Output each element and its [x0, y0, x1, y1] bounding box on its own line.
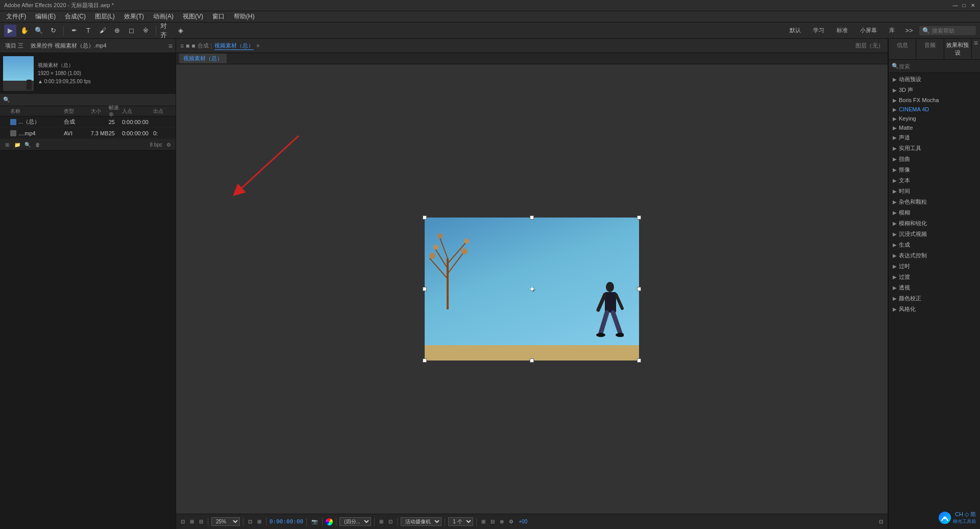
region-btn[interactable]: ⊞ [378, 518, 385, 525]
new-folder-icon[interactable]: 📁 [13, 140, 21, 149]
viewer-safe-btn[interactable]: ⊟ [198, 518, 205, 525]
project-settings-icon[interactable]: ⚙ [164, 140, 173, 149]
effect-cat-blur[interactable]: ▶ 模糊 [889, 207, 980, 218]
minimize-button[interactable]: — [952, 2, 959, 9]
handle-bot-mid[interactable] [530, 358, 534, 363]
menu-item-t[interactable]: 效果(T) [120, 11, 148, 22]
menu-item-f[interactable]: 文件(F) [2, 11, 30, 22]
viewer-btn-4[interactable]: ⚙ [507, 518, 515, 525]
menu-item-[interactable]: 窗口 [208, 11, 229, 22]
effect-cat-transition[interactable]: ▶ 过渡 [889, 272, 980, 282]
tab-project[interactable]: 项目 三 [3, 41, 26, 51]
workspace-more[interactable]: >> [903, 25, 915, 37]
effect-cat-blur-sharp[interactable]: ▶ 模糊和锐化 [889, 218, 980, 229]
view-tab-menu[interactable]: ≡ [257, 43, 260, 49]
effect-cat-matte[interactable]: ▶ Matte [889, 123, 980, 132]
bit-depth[interactable]: 8 bpc [150, 142, 162, 148]
tab-audio[interactable]: 音频 [916, 39, 944, 59]
close-button[interactable]: ✕ [969, 2, 976, 9]
menu-item-a[interactable]: 动画(A) [149, 11, 178, 22]
project-item-video[interactable]: ....mp4 AVI 7.3 MB 25 0:00:00:00 0: [0, 128, 176, 139]
graph-icon[interactable]: ◈ [175, 25, 187, 37]
maximize-button[interactable]: □ [961, 2, 967, 9]
menu-item-e[interactable]: 编辑(E) [31, 11, 60, 22]
effects-search-input[interactable] [899, 63, 977, 69]
fit-btn[interactable]: ⊡ [247, 518, 254, 525]
fit-icon[interactable]: ⊞ [256, 518, 263, 525]
tab-effects[interactable]: 效果和预设 [944, 39, 972, 59]
eraser-tool[interactable]: ◻ [125, 25, 137, 37]
handle-top-mid[interactable] [530, 215, 534, 220]
color-wheel[interactable] [326, 518, 333, 525]
handle-bot-right[interactable] [637, 358, 641, 363]
hand-tool[interactable]: ✋ [18, 25, 31, 37]
effect-cat-3d[interactable]: ▶ 3D 声 [889, 85, 980, 95]
effect-cat-immersive[interactable]: ▶ 沉浸式视频 [889, 229, 980, 239]
camera-rotation-tool[interactable]: ↻ [47, 25, 59, 37]
delete-icon[interactable]: 🗑 [34, 140, 42, 149]
search-project-icon[interactable]: 🔍 [23, 140, 32, 149]
panel-menu-btn[interactable]: ≡ [168, 42, 173, 50]
viewer-btn-2[interactable]: ⊟ [489, 518, 496, 525]
effect-cat-expression[interactable]: ▶ 表达式控制 [889, 250, 980, 261]
handle-bot-left[interactable] [423, 358, 427, 363]
menu-item-l[interactable]: 图层(L) [91, 11, 119, 22]
pen-tool[interactable]: ✒ [68, 25, 80, 37]
viewer-grid-btn[interactable]: ⊞ [188, 518, 195, 525]
effect-cat-time[interactable]: ▶ 时间 [889, 186, 980, 197]
handle-top-right[interactable] [637, 215, 641, 220]
handle-top-left[interactable] [423, 215, 427, 220]
panel-lock-icon[interactable]: ≡ [180, 42, 184, 50]
snapshot-btn[interactable]: 📷 [310, 518, 319, 525]
zoom-select[interactable]: 25% 50% 100% [211, 517, 240, 526]
effect-cat-generate[interactable]: ▶ 生成 [889, 239, 980, 250]
effect-cat-perspective[interactable]: ▶ 透视 [889, 282, 980, 293]
viewer-time[interactable]: 0:00:00:00 [270, 518, 303, 525]
resolution-select[interactable]: (四分... (完整) (一半) [339, 517, 371, 526]
effect-cat-color-correct[interactable]: ▶ 颜色校正 [889, 293, 980, 304]
viewer-btn-3[interactable]: ⊕ [498, 518, 505, 525]
new-comp-icon[interactable]: ⊞ [3, 140, 11, 149]
view-tab-video[interactable]: 视频素材（总） [214, 42, 254, 50]
project-item-comp[interactable]: ...（总） 合成 25 0:00:00:00 [0, 116, 176, 128]
tab-effect-controls[interactable]: 效果控件 视频素材（总）.mp4 [29, 41, 109, 51]
effect-cat-keyer[interactable]: ▶ 抠像 [889, 164, 980, 175]
effect-cat-distort[interactable]: ▶ 扭曲 [889, 154, 980, 164]
menu-item-v[interactable]: 视图(V) [179, 11, 207, 22]
effect-cat-channel[interactable]: ▶ 声道 [889, 132, 980, 143]
handle-mid-left[interactable] [423, 287, 427, 291]
breadcrumb-video[interactable]: 视频素材（总） [179, 54, 227, 63]
effect-cat-animation-presets[interactable]: ▶ 动画预设 [889, 74, 980, 85]
effect-cat-cinema4d[interactable]: ▶ CINEMA 4D [889, 105, 980, 114]
viewer-expand-btn[interactable]: ⊡ [877, 518, 885, 525]
puppet-tool[interactable]: ※ [139, 25, 152, 37]
transparency-btn[interactable]: ⊡ [387, 518, 394, 525]
effect-cat-keying[interactable]: ▶ Keying [889, 114, 980, 123]
effect-cat-boris[interactable]: ▶ Boris FX Mocha [889, 95, 980, 105]
workspace-library[interactable]: 库 [885, 26, 899, 35]
project-search-input[interactable] [10, 97, 173, 103]
view-tab-comp[interactable]: 合成 [198, 42, 209, 50]
effect-cat-noise[interactable]: ▶ 杂色和颗粒 [889, 197, 980, 207]
effect-cat-obsolete[interactable]: ▶ 过时 [889, 261, 980, 272]
viewer-render-btn[interactable]: ⊡ [179, 518, 186, 525]
menu-item-h[interactable]: 帮助(H) [230, 11, 259, 22]
viewer-btn-1[interactable]: ⊞ [480, 518, 487, 525]
search-input[interactable] [932, 28, 973, 34]
clone-tool[interactable]: ⊕ [111, 25, 123, 37]
workspace-learn[interactable]: 学习 [809, 26, 828, 35]
zoom-tool[interactable]: 🔍 [33, 25, 45, 37]
tab-info[interactable]: 信息 [889, 39, 916, 59]
right-panel-menu[interactable]: ≡ [972, 39, 980, 59]
effect-cat-text[interactable]: ▶ 文本 [889, 175, 980, 186]
transform-center[interactable]: ✦ [529, 284, 535, 294]
workspace-small-screen[interactable]: 小屏幕 [856, 26, 881, 35]
camera-select[interactable]: 活动摄像机 [401, 517, 442, 526]
workspace-standard[interactable]: 标准 [832, 26, 852, 35]
workspace-default[interactable]: 默认 [786, 26, 805, 35]
align-icon[interactable]: 对齐 [160, 25, 173, 37]
menu-item-c[interactable]: 合成(C) [61, 11, 90, 22]
handle-mid-right[interactable] [637, 287, 641, 291]
brush-tool[interactable]: 🖌 [96, 25, 109, 37]
effect-cat-utility[interactable]: ▶ 实用工具 [889, 143, 980, 154]
